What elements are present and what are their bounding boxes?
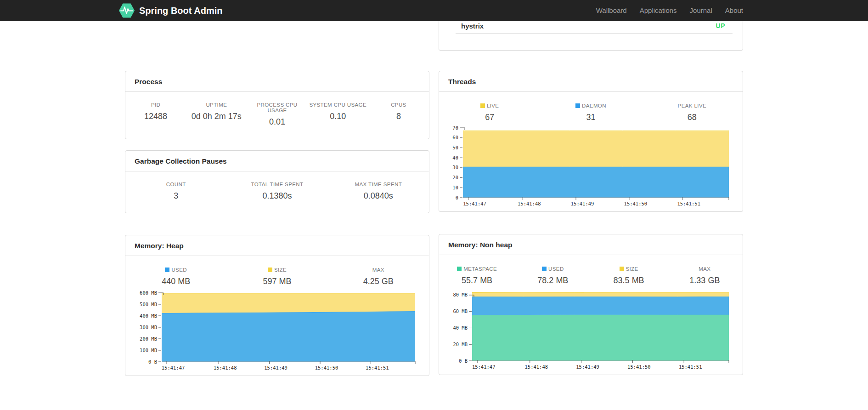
metric-heap-used: USED 440 MB — [125, 267, 226, 286]
brand-link[interactable]: Spring Boot Admin — [118, 2, 222, 19]
svg-text:15:41:50: 15:41:50 — [315, 365, 338, 370]
nav-links: Wallboard Applications Journal About — [590, 0, 743, 21]
metric-uptime: UPTIME 0d 0h 2m 17s — [186, 102, 247, 127]
svg-text:30: 30 — [452, 165, 458, 170]
metric-threads-daemon: DAEMON 31 — [540, 103, 641, 122]
application-status-card: hystrix UP — [439, 21, 743, 51]
nonheap-size-legend-swatch — [620, 267, 624, 271]
threads-card: Threads LIVE 67 DAEMON 31 PEAK LIVE 68 — [439, 71, 743, 212]
metric-heap-max: MAX 4.25 GB — [328, 267, 429, 286]
svg-text:15:41:50: 15:41:50 — [624, 201, 648, 206]
svg-text:60 MB: 60 MB — [453, 308, 468, 314]
svg-text:15:41:51: 15:41:51 — [677, 201, 700, 206]
svg-text:0 B: 0 B — [148, 359, 157, 364]
svg-text:0 B: 0 B — [459, 358, 468, 364]
svg-text:500 MB: 500 MB — [140, 302, 157, 307]
heap-used-legend-swatch — [165, 268, 169, 272]
svg-text:50: 50 — [452, 145, 458, 150]
svg-text:40: 40 — [452, 155, 458, 160]
metric-pid: PID 12488 — [125, 102, 186, 127]
metric-gc-total-time: TOTAL TIME SPENT 0.1380s — [226, 182, 327, 201]
metric-cpus: CPUS 8 — [368, 102, 429, 127]
svg-text:40 MB: 40 MB — [453, 325, 468, 330]
metric-gc-count: COUNT 3 — [125, 182, 226, 201]
metric-nonheap-metaspace: METASPACE 55.7 MB — [439, 266, 515, 285]
status-badge: UP — [716, 22, 725, 29]
svg-text:15:41:49: 15:41:49 — [264, 365, 287, 370]
threads-card-title: Threads — [439, 71, 743, 92]
svg-text:15:41:51: 15:41:51 — [679, 364, 702, 370]
live-legend-swatch — [480, 103, 485, 108]
process-card-title: Process — [125, 71, 429, 92]
nonheap-used-legend-swatch — [542, 267, 547, 271]
svg-text:200 MB: 200 MB — [140, 336, 157, 342]
svg-text:10: 10 — [452, 185, 458, 190]
heap-card-title: Memory: Heap — [125, 235, 429, 256]
nav-item-applications[interactable]: Applications — [633, 0, 683, 21]
svg-text:15:41:50: 15:41:50 — [627, 364, 651, 370]
nav-item-about[interactable]: About — [719, 0, 743, 21]
svg-text:15:41:47: 15:41:47 — [162, 365, 185, 370]
nav-item-journal[interactable]: Journal — [683, 0, 719, 21]
memory-heap-card: Memory: Heap USED 440 MB SIZE 597 MB MAX… — [125, 235, 429, 376]
svg-text:15:41:47: 15:41:47 — [463, 201, 486, 206]
svg-text:15:41:49: 15:41:49 — [571, 201, 594, 206]
svg-text:400 MB: 400 MB — [140, 313, 157, 319]
metaspace-legend-swatch — [457, 267, 462, 271]
heap-size-legend-swatch — [268, 268, 272, 272]
metric-system-cpu-usage: SYSTEM CPU USAGE 0.10 — [308, 102, 368, 127]
main-content: Process PID 12488 UPTIME 0d 0h 2m 17s PR… — [125, 21, 743, 376]
svg-text:15:41:49: 15:41:49 — [576, 364, 599, 370]
svg-text:15:41:48: 15:41:48 — [518, 201, 541, 206]
metric-nonheap-max: MAX 1.33 GB — [667, 266, 743, 285]
process-card: Process PID 12488 UPTIME 0d 0h 2m 17s PR… — [125, 71, 429, 139]
metric-threads-live: LIVE 67 — [439, 103, 540, 122]
metric-nonheap-used: USED 78.2 MB — [515, 266, 591, 285]
navbar: Spring Boot Admin Wallboard Applications… — [0, 0, 868, 21]
svg-text:15:41:47: 15:41:47 — [472, 364, 496, 370]
memory-nonheap-card: Memory: Non heap METASPACE 55.7 MB USED … — [439, 234, 743, 375]
daemon-legend-swatch — [575, 103, 580, 108]
svg-text:20: 20 — [452, 175, 458, 180]
threads-chart: 01020304050607015:41:4715:41:4815:41:491… — [449, 126, 730, 208]
metric-nonheap-size: SIZE 83.5 MB — [591, 266, 667, 285]
metric-gc-max-time: MAX TIME SPENT 0.0840s — [328, 182, 429, 201]
nonheap-card-title: Memory: Non heap — [439, 234, 743, 255]
svg-text:300 MB: 300 MB — [140, 325, 157, 330]
brand-title: Spring Boot Admin — [139, 6, 222, 16]
svg-text:100 MB: 100 MB — [140, 347, 157, 353]
svg-text:15:41:48: 15:41:48 — [524, 364, 548, 370]
gc-card-title: Garbage Collection Pauses — [125, 151, 429, 171]
nav-item-wallboard[interactable]: Wallboard — [590, 0, 633, 21]
svg-text:80 MB: 80 MB — [453, 292, 468, 297]
metric-threads-peak-live: PEAK LIVE 68 — [642, 103, 743, 122]
metric-heap-size: SIZE 597 MB — [226, 267, 327, 286]
application-name-link[interactable]: hystrix — [461, 22, 484, 30]
svg-text:20 MB: 20 MB — [453, 342, 468, 347]
memory-heap-chart: 0 B100 MB200 MB300 MB400 MB500 MB600 MB1… — [135, 290, 416, 372]
svg-text:15:41:51: 15:41:51 — [366, 365, 389, 370]
svg-text:70: 70 — [452, 126, 458, 131]
svg-text:15:41:48: 15:41:48 — [214, 365, 237, 370]
row-divider — [456, 33, 733, 34]
metric-process-cpu-usage: PROCESS CPU USAGE 0.01 — [247, 102, 307, 127]
svg-text:600 MB: 600 MB — [140, 290, 157, 296]
svg-text:0: 0 — [456, 195, 458, 200]
gc-pauses-card: Garbage Collection Pauses COUNT 3 TOTAL … — [125, 150, 429, 213]
svg-text:60: 60 — [452, 135, 458, 140]
memory-nonheap-chart: 0 B20 MB40 MB60 MB80 MB15:41:4715:41:481… — [449, 289, 730, 371]
pulse-hexagon-logo-icon — [118, 2, 135, 19]
